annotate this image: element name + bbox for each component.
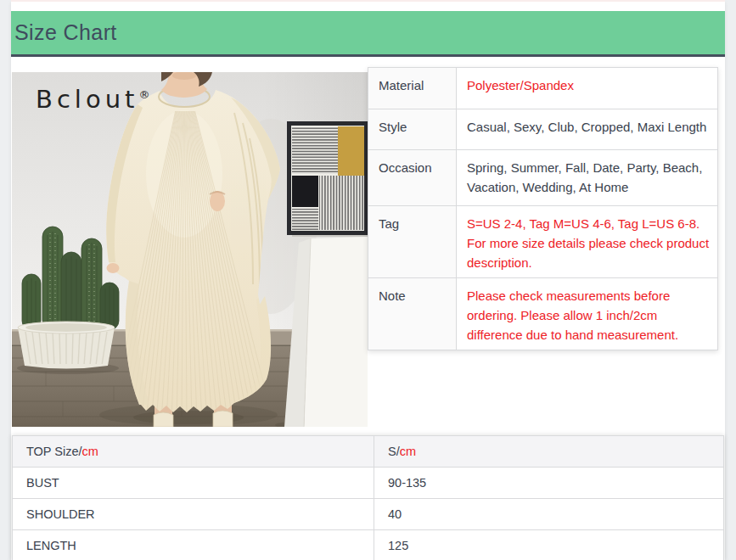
table-row: Material Polyester/Spandex [368,68,718,109]
measure-label: BUST [13,468,374,499]
product-photo: Bclout® [12,72,368,427]
section-title: Size Chart [11,11,725,54]
brand-logo: Bclout® [36,85,149,114]
spec-value: S=US 2-4, Tag M=US 4-6, Tag L=US 6-8. Fo… [457,206,718,278]
spec-label: Occasion [368,150,457,206]
size-chart-page: Size Chart [0,0,736,560]
size-header-cell: TOP Size/cm [13,436,374,468]
wall-artwork [287,121,368,237]
measure-label: LENGTH [13,530,374,560]
hand-on-hip [210,191,225,211]
spec-value: Please check measurements before orderin… [457,278,718,350]
table-row: Tag S=US 2-4, Tag M=US 4-6, Tag L=US 6-8… [368,206,718,278]
table-row: Occasion Spring, Summer, Fall, Date, Par… [368,150,718,206]
size-header-cell: S/cm [374,436,724,468]
spec-label: Tag [368,206,457,278]
table-row: BUST 90-135 [13,468,724,499]
product-photo-illustration: Bclout® [12,72,368,427]
measure-value: 90-135 [374,468,724,499]
measure-label: SHOULDER [13,499,374,530]
measure-value: 125 [374,530,724,560]
table-row: SHOULDER 40 [13,499,724,530]
measure-value: 40 [374,499,724,530]
spec-value: Polyester/Spandex [457,68,718,109]
product-spec-table: Material Polyester/Spandex Style Casual,… [368,67,718,350]
size-measurement-table: TOP Size/cm S/cm BUST 90-135 SHOULDER 40… [12,435,724,560]
spec-value: Casual, Sexy, Club, Cropped, Maxi Length [457,109,718,150]
plant-pot [18,322,115,369]
left-hand [107,263,120,273]
size-chart-banner: Size Chart [11,11,725,57]
table-row: LENGTH 125 [13,530,724,560]
table-row: Style Casual, Sexy, Club, Cropped, Maxi … [368,109,718,150]
top-accent-line [11,0,725,2]
spec-label: Style [368,109,457,150]
spec-value: Spring, Summer, Fall, Date, Party, Beach… [457,150,718,206]
spec-label: Material [368,68,457,109]
table-row: Note Please check measurements before or… [368,278,718,350]
spec-label: Note [368,278,457,350]
size-table-header: TOP Size/cm S/cm [13,436,724,468]
